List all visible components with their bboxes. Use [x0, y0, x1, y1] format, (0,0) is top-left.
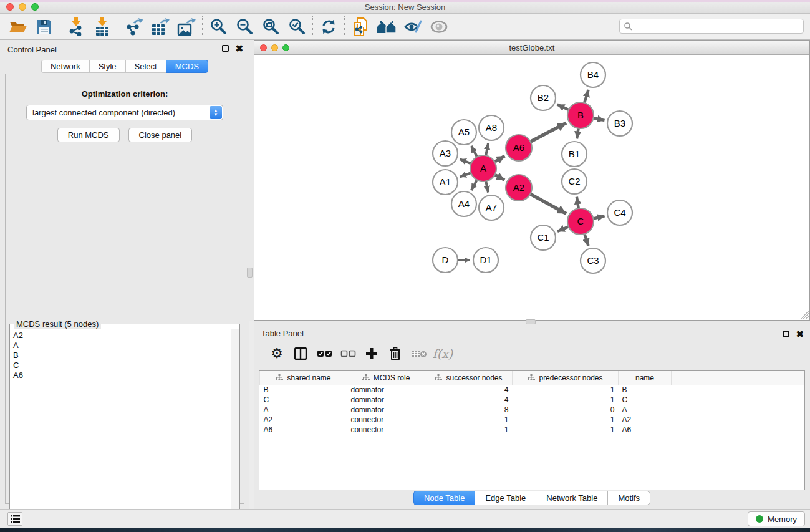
table-row[interactable]: A dominator 8 0 A [260, 405, 804, 415]
graph-edge-C-C3[interactable] [584, 234, 588, 246]
table-row[interactable]: A2 connector 1 1 A2 [260, 415, 804, 425]
network-close-icon[interactable] [260, 44, 267, 51]
refresh-button[interactable] [316, 16, 342, 38]
toolbar-separator [312, 16, 313, 37]
close-panel-icon[interactable]: ✖ [235, 45, 243, 52]
hide-graphics-details-button[interactable] [400, 16, 426, 38]
graph-edge-A-A8[interactable] [486, 143, 488, 156]
graph-edge-A-A7[interactable] [486, 181, 488, 193]
column-header-name[interactable]: name [619, 371, 672, 385]
unselect-all-columns-button[interactable] [336, 343, 360, 364]
close-panel-button[interactable]: Close panel [128, 128, 193, 142]
graph-edge-A6-B[interactable] [531, 123, 566, 142]
network-zoom-icon[interactable] [282, 44, 289, 51]
export-network-button[interactable] [121, 16, 147, 38]
column-header-successor-nodes[interactable]: successor nodes [425, 371, 513, 385]
column-header-mcds-role[interactable]: MCDS role [347, 371, 425, 385]
horizontal-split-handle[interactable] [526, 319, 536, 324]
zoom-selected-button[interactable] [284, 16, 310, 38]
tab-node-table[interactable]: Node Table [413, 491, 475, 505]
tab-mcds[interactable]: MCDS [166, 60, 208, 73]
table-settings-button[interactable]: ⚙ [265, 343, 289, 364]
window-resize-grip-icon[interactable] [800, 311, 809, 319]
graph-edge-B-B3[interactable] [594, 118, 605, 120]
network-window: testGlobe.txt AA1A2A3A4A5A6A7A8BB1B2B3B4… [254, 40, 810, 321]
import-table-button[interactable] [89, 16, 115, 38]
graph-edge-B-B2[interactable] [557, 105, 569, 110]
graph-node-label-A8: A8 [486, 122, 497, 133]
graph-node-label-A2: A2 [513, 182, 524, 193]
graph-node-label-B4: B4 [587, 69, 599, 80]
show-graphics-details-button[interactable] [426, 16, 452, 38]
close-table-panel-icon[interactable]: ✖ [796, 331, 804, 337]
tab-style[interactable]: Style [89, 60, 125, 73]
mcds-result-list[interactable]: A2 A B C A6 [11, 329, 231, 532]
select-all-columns-button[interactable] [312, 343, 336, 364]
tab-network-table[interactable]: Network Table [536, 491, 607, 505]
graph-edge-A-A1[interactable] [460, 173, 471, 177]
result-scrollbar[interactable] [231, 329, 239, 532]
task-history-button[interactable] [7, 512, 22, 526]
first-neighbors-button[interactable] [374, 16, 400, 38]
criterion-dropdown[interactable]: largest connected component (directed) ▲… [26, 105, 223, 120]
add-column-button[interactable] [360, 343, 383, 364]
table-row[interactable]: B dominator 4 1 B [260, 385, 804, 395]
table-row[interactable]: C dominator 4 1 C [260, 395, 804, 405]
graph-edge-A-A4[interactable] [471, 180, 477, 190]
hierarchy-icon [362, 374, 370, 381]
graph-edge-A-A2[interactable] [494, 175, 504, 180]
graph-edge-B-B1[interactable] [577, 128, 579, 139]
select-all-columns-icon [317, 350, 332, 357]
graph-edge-A-A3[interactable] [460, 159, 471, 163]
close-window-icon[interactable] [6, 3, 14, 11]
node-table[interactable]: shared name MCDS role [259, 370, 805, 490]
float-panel-icon[interactable] [222, 45, 229, 52]
tab-select[interactable]: Select [125, 60, 166, 73]
function-builder-button[interactable]: f(x) [431, 343, 455, 364]
delete-column-button[interactable] [383, 343, 407, 364]
save-session-button[interactable] [31, 16, 57, 38]
open-session-button[interactable] [5, 16, 31, 38]
memory-button[interactable]: Memory [748, 511, 805, 526]
network-graph[interactable]: AA1A2A3A4A5A6A7A8BB1B2B3B4CC1C2C3C4DD1 [254, 55, 809, 320]
graph-edge-A2-C[interactable] [530, 194, 566, 213]
graph-edge-C-C2[interactable] [577, 197, 579, 209]
network-minimize-icon[interactable] [271, 44, 278, 51]
float-table-panel-icon[interactable] [783, 331, 789, 337]
vertical-split-handle[interactable] [247, 268, 253, 278]
import-network-button[interactable] [63, 16, 89, 38]
network-canvas[interactable]: AA1A2A3A4A5A6A7A8BB1B2B3B4CC1C2C3C4DD1 [254, 55, 809, 320]
result-item: A [13, 341, 228, 351]
graph-edge-C-C1[interactable] [557, 226, 569, 231]
graph-edge-B-B4[interactable] [584, 90, 588, 103]
search-input[interactable] [632, 22, 803, 31]
graph-edge-A-A6[interactable] [494, 156, 504, 162]
split-view-button[interactable] [289, 343, 312, 364]
tab-network[interactable]: Network [41, 60, 89, 73]
export-table-button[interactable] [147, 16, 173, 38]
column-header-predecessor-nodes[interactable]: predecessor nodes [513, 371, 619, 385]
search-field[interactable] [619, 19, 804, 34]
app-title: Session: New Session [0, 0, 810, 15]
new-network-from-selection-button[interactable] [347, 16, 374, 38]
export-image-button[interactable] [173, 16, 200, 38]
mcds-result-title: MCDS result (5 nodes) [14, 319, 101, 329]
graph-edge-C-C4[interactable] [593, 216, 604, 218]
graph-node-label-A: A [480, 163, 486, 173]
graph-edge-A-A5[interactable] [471, 146, 477, 157]
zoom-in-button[interactable] [205, 16, 231, 38]
run-mcds-button[interactable]: Run MCDS [57, 128, 120, 142]
table-row[interactable]: A6 connector 1 1 A6 [260, 425, 804, 435]
tab-motifs[interactable]: Motifs [607, 491, 650, 505]
search-icon [624, 22, 632, 31]
zoom-window-icon[interactable] [31, 3, 39, 11]
zoom-selected-icon [289, 18, 306, 35]
zoom-fit-button[interactable] [258, 16, 284, 38]
zoom-out-button[interactable] [231, 16, 258, 38]
graph-node-label-C4: C4 [614, 207, 625, 218]
delete-table-button[interactable] [407, 343, 431, 364]
minimize-window-icon[interactable] [19, 3, 26, 11]
tab-edge-table[interactable]: Edge Table [475, 491, 536, 505]
column-header-shared-name[interactable]: shared name [260, 371, 347, 385]
table-header-row: shared name MCDS role [260, 371, 804, 385]
